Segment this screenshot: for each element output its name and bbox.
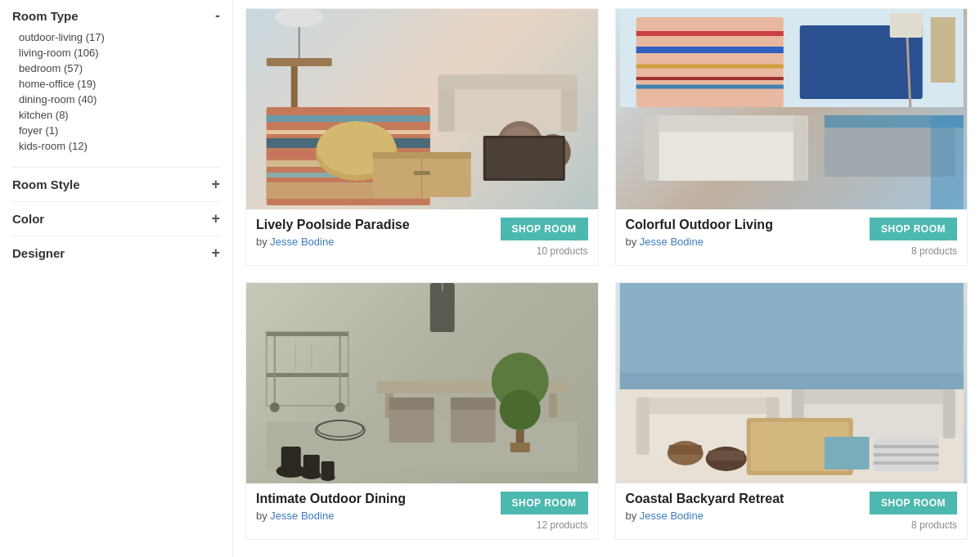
svg-rect-42: [793, 115, 807, 181]
color-filter-row[interactable]: Color +: [12, 201, 220, 236]
svg-rect-48: [267, 332, 348, 336]
room-info-right-4: SHOP ROOM 8 products: [870, 492, 957, 531]
svg-rect-84: [636, 398, 649, 455]
svg-rect-29: [636, 17, 783, 107]
svg-rect-37: [889, 13, 922, 38]
room-scene-1: [246, 9, 598, 209]
svg-point-55: [289, 337, 302, 344]
shop-room-btn-4[interactable]: SHOP ROOM: [870, 492, 957, 514]
room-image-3: [246, 283, 598, 483]
svg-point-21: [275, 9, 324, 27]
rooms-grid: Lively Poolside Paradise by Jesse Bodine…: [245, 8, 968, 540]
room-style-filter-row[interactable]: Room Style +: [12, 167, 220, 201]
room-card-1: Lively Poolside Paradise by Jesse Bodine…: [245, 8, 599, 266]
svg-rect-1: [267, 115, 430, 122]
room-info-left-4: Coastal Backyard Retreat by Jesse Bodine: [626, 492, 784, 522]
svg-rect-45: [930, 115, 963, 209]
svg-point-68: [500, 389, 541, 430]
room-info-left-1: Lively Poolside Paradise by Jesse Bodine: [256, 218, 410, 248]
svg-rect-23: [373, 152, 471, 159]
room-style-toggle: +: [211, 176, 220, 193]
designer-toggle: +: [211, 245, 220, 262]
room-image-2: [616, 9, 968, 209]
room-info-1: Lively Poolside Paradise by Jesse Bodine…: [246, 209, 598, 265]
svg-point-53: [335, 402, 345, 412]
main-content: Lively Poolside Paradise by Jesse Bodine…: [233, 0, 980, 557]
filter-item-bedroom[interactable]: bedroom (57): [19, 61, 220, 76]
filter-item-foyer[interactable]: foyer (1): [19, 123, 220, 138]
room-image-1: [246, 9, 598, 209]
room-info-right-1: SHOP ROOM 10 products: [501, 218, 588, 257]
room-designer-link-1[interactable]: Jesse Bodine: [270, 236, 334, 248]
room-info-right-3: SHOP ROOM 12 products: [501, 492, 588, 531]
room-type-label: Room Type: [12, 9, 79, 23]
room-info-3: Intimate Outdoor Dining by Jesse Bodine …: [246, 483, 598, 539]
svg-rect-64: [389, 398, 434, 410]
filter-item-kitchen[interactable]: kitchen (8): [19, 107, 220, 123]
filter-item-dining-room[interactable]: dining-room (40): [19, 92, 220, 107]
room-title-1: Lively Poolside Paradise: [256, 218, 410, 232]
svg-rect-100: [668, 445, 701, 455]
room-info-2: Colorful Outdoor Living by Jesse Bodine …: [616, 209, 968, 265]
svg-rect-66: [451, 398, 496, 410]
svg-rect-49: [267, 373, 348, 377]
filter-item-living-room[interactable]: living-room (106): [19, 45, 220, 61]
room-type-list: outdoor-living (17) living-room (106) be…: [12, 29, 220, 154]
room-info-left-2: Colorful Outdoor Living by Jesse Bodine: [626, 218, 773, 248]
room-scene-2: [616, 9, 968, 209]
svg-rect-76: [321, 461, 335, 478]
room-title-2: Colorful Outdoor Living: [626, 218, 773, 232]
room-by-4: by Jesse Bodine: [626, 510, 784, 522]
color-label: Color: [12, 212, 44, 226]
svg-rect-62: [549, 393, 557, 418]
room-designer-link-4[interactable]: Jesse Bodine: [640, 510, 704, 522]
filter-item-kids-room[interactable]: kids-room (12): [19, 138, 220, 154]
svg-rect-80: [619, 373, 963, 389]
svg-rect-38: [930, 17, 955, 83]
room-title-4: Coastal Backyard Retreat: [626, 492, 784, 506]
product-count-2: 8 products: [911, 245, 957, 257]
svg-rect-27: [486, 138, 563, 178]
designer-filter-row[interactable]: Designer +: [12, 236, 220, 270]
svg-rect-15: [291, 66, 298, 107]
color-toggle: +: [211, 210, 220, 227]
app-layout: Room Type - outdoor-living (17) living-r…: [0, 0, 980, 557]
room-designer-link-3[interactable]: Jesse Bodine: [270, 510, 334, 522]
product-count-1: 10 products: [537, 245, 588, 257]
svg-rect-47: [267, 332, 348, 406]
sidebar: Room Type - outdoor-living (17) living-r…: [0, 0, 233, 557]
svg-rect-25: [414, 171, 430, 175]
svg-rect-98: [824, 437, 869, 469]
room-card-3: Intimate Outdoor Dining by Jesse Bodine …: [245, 282, 599, 540]
svg-rect-70: [510, 442, 530, 452]
room-title-3: Intimate Outdoor Dining: [256, 492, 406, 506]
shop-room-btn-3[interactable]: SHOP ROOM: [501, 492, 588, 514]
room-image-4: [616, 283, 968, 483]
svg-rect-87: [791, 389, 955, 404]
room-type-toggle[interactable]: -: [215, 8, 220, 23]
room-by-2: by Jesse Bodine: [626, 236, 773, 248]
room-designer-link-2[interactable]: Jesse Bodine: [640, 236, 704, 248]
room-by-1: by Jesse Bodine: [256, 236, 410, 248]
svg-rect-83: [636, 398, 779, 414]
filter-item-home-office[interactable]: home-office (19): [19, 76, 220, 92]
filter-item-outdoor-living[interactable]: outdoor-living (17): [19, 29, 220, 45]
shop-room-btn-2[interactable]: SHOP ROOM: [870, 218, 957, 240]
designer-label: Designer: [12, 246, 65, 260]
room-card-4: Coastal Backyard Retreat by Jesse Bodine…: [615, 282, 969, 540]
svg-point-57: [305, 337, 318, 344]
room-info-4: Coastal Backyard Retreat by Jesse Bodine…: [616, 483, 968, 539]
svg-rect-89: [942, 389, 955, 438]
room-type-filter-header: Room Type -: [12, 8, 220, 23]
svg-rect-93: [708, 451, 744, 460]
svg-rect-11: [438, 74, 578, 89]
svg-rect-41: [644, 115, 659, 181]
product-count-3: 12 products: [537, 519, 588, 531]
shop-room-btn-1[interactable]: SHOP ROOM: [501, 218, 588, 240]
product-count-4: 8 products: [911, 519, 957, 531]
svg-rect-40: [644, 115, 807, 132]
svg-rect-74: [303, 455, 320, 475]
room-scene-3: [246, 283, 598, 483]
svg-rect-72: [281, 447, 301, 471]
svg-point-52: [270, 402, 280, 412]
